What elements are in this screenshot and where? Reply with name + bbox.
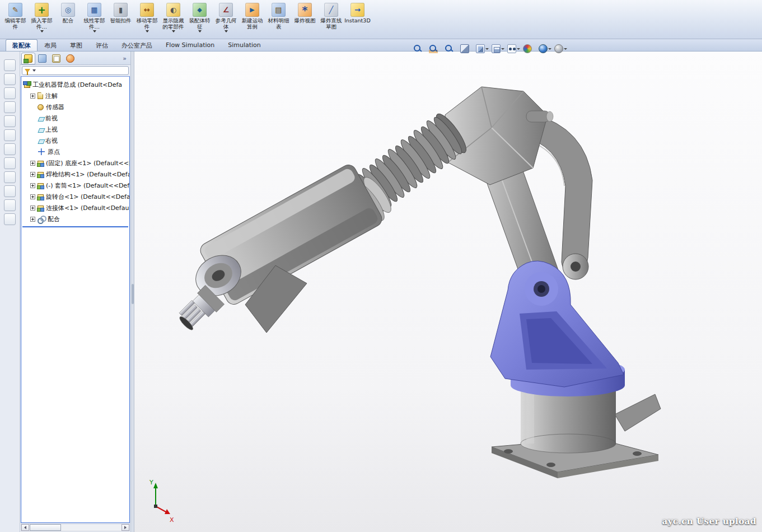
tree-item-label: 配合 <box>48 215 60 223</box>
tree-item-label: 工业机器臂总成 (Default<Defa <box>32 81 122 89</box>
side-tool-button[interactable] <box>4 171 16 183</box>
propertymanager-tab[interactable] <box>35 53 49 64</box>
side-tool-button[interactable] <box>4 101 16 113</box>
displaymanager-tab[interactable] <box>63 53 77 64</box>
dropdown-caret-icon[interactable] <box>40 30 44 32</box>
expand-plus-icon[interactable] <box>30 206 35 211</box>
graphics-area[interactable]: Y X ayc.cn User upload <box>134 52 762 532</box>
splitter-handle[interactable] <box>132 284 134 304</box>
section-view[interactable] <box>460 44 474 54</box>
expand-plus-icon[interactable] <box>30 172 35 177</box>
tree-item[interactable]: 上视 <box>21 124 129 135</box>
dropdown-caret-icon[interactable] <box>146 30 149 32</box>
edit-component-button[interactable]: 编辑零部件 <box>2 1 29 39</box>
panel-splitter[interactable] <box>130 52 134 532</box>
dropdown-caret-icon[interactable] <box>198 30 202 32</box>
expand-plus-icon[interactable] <box>30 161 35 166</box>
display-style[interactable] <box>491 44 505 54</box>
view-orientation[interactable] <box>475 44 489 54</box>
assembly-features-button[interactable]: 装配体特征 <box>186 1 213 39</box>
toolbar-icon <box>350 3 364 17</box>
tree-item[interactable]: (-) 套筒<1> (Default<<Def <box>21 180 129 191</box>
filter-input[interactable] <box>22 66 129 75</box>
command-tab[interactable]: Flow Simulation <box>159 39 221 51</box>
apply-scene[interactable] <box>538 44 552 54</box>
scroll-thumb[interactable] <box>30 524 61 531</box>
instant3d-button[interactable]: Instant3D <box>344 1 371 39</box>
command-tab[interactable]: 评估 <box>89 39 115 51</box>
dropdown-caret-icon[interactable] <box>548 48 551 50</box>
new-motion-study-button[interactable]: 新建运动算例 <box>239 1 265 39</box>
expand-plus-icon[interactable] <box>30 217 35 222</box>
headsup-icon <box>460 44 469 53</box>
tree-item[interactable]: 配合 <box>21 213 129 225</box>
tree-item[interactable]: 右视 <box>21 135 129 146</box>
dropdown-caret-icon[interactable] <box>225 30 228 32</box>
panel-overflow-chevron[interactable]: » <box>120 55 129 62</box>
view-settings[interactable] <box>554 44 568 54</box>
move-component-button[interactable]: 移动零部件 <box>134 1 160 39</box>
show-hidden-components-button[interactable]: 显示隐藏的零部件 <box>160 1 186 39</box>
command-tab[interactable]: 办公室产品 <box>115 39 159 51</box>
expand-plus-icon[interactable] <box>30 194 35 199</box>
zoom-area[interactable] <box>428 44 442 54</box>
robot-base[interactable] <box>492 388 661 478</box>
command-tab[interactable]: 草图 <box>63 39 89 51</box>
side-tool-button[interactable] <box>4 185 16 197</box>
side-tool-button[interactable] <box>4 199 16 211</box>
side-tool-button[interactable] <box>4 87 16 99</box>
robot-linkage-joint[interactable] <box>563 254 588 279</box>
tree-item[interactable]: 连接体<1> (Default<Defaul <box>21 202 129 213</box>
tree-item-icon <box>24 82 30 88</box>
tree-item[interactable]: 注解 <box>21 90 129 101</box>
linear-component-pattern-button[interactable]: 线性零部件… <box>81 1 107 39</box>
tree-item[interactable]: 传感器 <box>21 101 129 113</box>
dropdown-caret-icon[interactable] <box>564 48 567 50</box>
robot-blue-bracket[interactable] <box>490 261 624 387</box>
dropdown-caret-icon[interactable] <box>485 48 489 50</box>
hide-show-items[interactable] <box>507 44 521 54</box>
side-tool-button[interactable] <box>4 143 16 155</box>
expand-plus-icon[interactable] <box>30 94 35 99</box>
explode-line-sketch-button[interactable]: 爆炸直线草图 <box>318 1 344 39</box>
dropdown-caret-icon[interactable] <box>517 48 520 50</box>
featuremanager-tab[interactable] <box>21 53 35 64</box>
command-tab[interactable]: 布局 <box>38 39 63 51</box>
rollback-bar[interactable] <box>22 226 128 227</box>
exploded-view-button[interactable]: 爆炸视图 <box>292 1 318 39</box>
tree-item[interactable]: 原点 <box>21 146 129 157</box>
insert-components-button[interactable]: 插入零部件… <box>29 1 55 39</box>
robot-arm-model[interactable]: Y X <box>134 52 762 532</box>
robot-shoulder-housing[interactable] <box>445 87 553 185</box>
tree-item[interactable]: 工业机器臂总成 (Default<Defa <box>21 79 129 90</box>
command-tab[interactable]: 装配体 <box>6 39 38 51</box>
reference-geometry-button[interactable]: 参考几何体 <box>213 1 239 39</box>
tree-item[interactable]: 焊枪结构<1> (Default<Defa <box>21 169 129 180</box>
smart-fasteners-button[interactable]: 智能扣件 <box>107 1 134 39</box>
tree-item[interactable]: 旋转台<1> (Default<<Defa <box>21 191 129 202</box>
dropdown-caret-icon[interactable] <box>93 30 96 32</box>
side-tool-button[interactable] <box>4 59 16 71</box>
side-tool-button[interactable] <box>4 213 16 225</box>
scroll-right-button[interactable] <box>121 524 129 531</box>
filter-caret-icon[interactable] <box>32 69 36 72</box>
panel-scrollbar[interactable] <box>21 524 130 531</box>
scroll-left-button[interactable] <box>21 524 29 531</box>
tree-item[interactable]: (固定) 底座<1> (Default<<[ <box>21 157 129 169</box>
side-tool-button[interactable] <box>4 73 16 85</box>
tree-item-label: 传感器 <box>46 103 64 111</box>
dropdown-caret-icon[interactable] <box>501 48 504 50</box>
side-tool-button[interactable] <box>4 129 16 141</box>
side-tool-button[interactable] <box>4 115 16 127</box>
dropdown-caret-icon[interactable] <box>172 30 175 32</box>
tree-item[interactable]: 前视 <box>21 113 129 124</box>
edit-appearance[interactable] <box>522 44 536 54</box>
configurationmanager-tab[interactable] <box>49 53 63 64</box>
mate-button[interactable]: 配合 <box>55 1 81 39</box>
expand-plus-icon[interactable] <box>30 183 35 188</box>
command-tab[interactable]: Simulation <box>221 39 268 51</box>
side-tool-button[interactable] <box>4 157 16 169</box>
zoom-fit[interactable] <box>413 44 427 54</box>
zoom-in-out[interactable] <box>444 44 458 54</box>
bill-of-materials-button[interactable]: 材料明细表 <box>265 1 292 39</box>
